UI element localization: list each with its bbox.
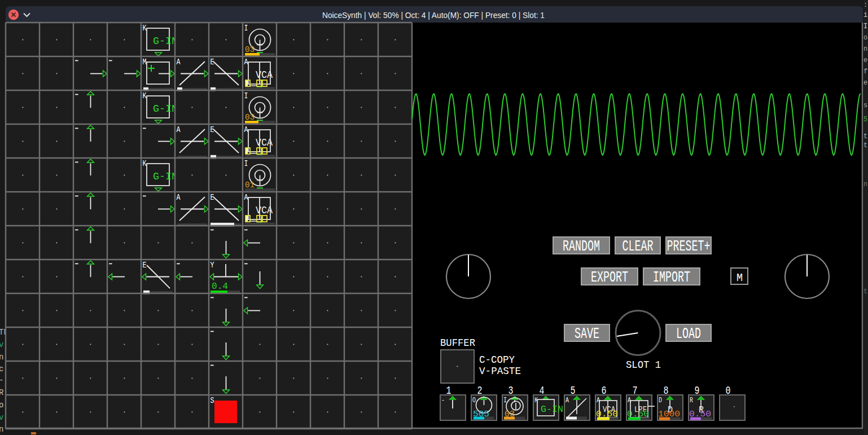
svg-text:o: o [863,34,867,42]
svg-text:8: 8 [664,384,669,397]
svg-text:01: 01 [245,181,255,190]
svg-text:e: e [863,56,867,64]
svg-text:VCA: VCA [256,69,273,81]
svg-text:M: M [143,58,147,67]
svg-text:id: id [863,11,868,19]
svg-text:0: 0 [726,384,731,397]
svg-text::: : [863,1,867,9]
svg-text:3: 3 [508,384,514,397]
svg-text:4: 4 [540,384,545,397]
svg-text:VCA: VCA [256,205,273,216]
svg-text:V-PASTE: V-PASTE [479,365,521,377]
svg-text:t: t [863,133,867,140]
svg-text:7: 7 [633,384,638,397]
svg-text:n: n [0,425,3,434]
svg-text:v: v [0,413,3,422]
svg-text:I: I [863,23,867,30]
svg-text:E: E [143,261,147,270]
svg-text:A: A [177,58,181,67]
svg-text:K: K [143,24,147,33]
svg-text:S: S [211,396,214,406]
svg-text:R: R [0,388,4,397]
svg-text:1: 1 [446,384,451,397]
svg-text:Y: Y [211,261,214,270]
svg-text:c: c [0,364,3,374]
svg-text:A: A [177,125,181,135]
svg-text:s: s [863,102,867,109]
svg-text:I: I [244,24,248,33]
svg-text:K: K [143,91,147,101]
svg-text:A: A [244,58,248,67]
svg-text:IMPORT: IMPORT [653,269,690,286]
svg-text:SAVE: SAVE [575,326,599,342]
svg-text:EXPORT: EXPORT [591,269,628,286]
svg-text:G-IN: G-IN [153,36,178,47]
svg-text:VCA: VCA [256,137,273,148]
svg-text:PRESET+: PRESET+ [667,238,711,255]
svg-text:03: 03 [245,113,255,122]
svg-text:G-IN: G-IN [153,171,178,182]
svg-text:t: t [863,142,867,150]
svg-text:BUFFER: BUFFER [440,337,475,349]
svg-text:o: o [0,401,3,410]
svg-text:A: A [244,193,248,203]
svg-text:n: n [0,353,3,362]
svg-text:-: - [441,396,445,405]
svg-text:5: 5 [571,384,576,397]
svg-text:G-IN: G-IN [541,405,563,415]
svg-text:2: 2 [477,384,483,397]
svg-text:SLOT 1: SLOT 1 [626,359,661,371]
svg-text:A: A [177,193,181,203]
svg-text:t: t [863,288,867,296]
svg-text:M: M [737,271,743,284]
svg-text:C-COPY: C-COPY [479,354,515,366]
svg-text:n: n [863,45,867,53]
svg-text:e: e [863,79,867,87]
svg-text:A: A [565,396,569,405]
svg-text:9: 9 [695,384,700,397]
svg-text:03: 03 [245,45,255,54]
svg-text:0.4: 0.4 [212,281,228,292]
svg-text:R: R [690,396,693,405]
svg-text:I: I [244,159,248,169]
svg-text:I: I [244,91,248,101]
svg-text:G-IN: G-IN [153,103,178,115]
svg-text:n: n [863,181,867,188]
svg-text:K: K [143,159,147,169]
svg-text:5: 5 [863,116,867,124]
svg-text:LOAD: LOAD [676,326,701,342]
svg-text:CLEAR: CLEAR [622,238,654,255]
svg-text:6: 6 [602,384,607,397]
svg-text:D: D [659,396,662,405]
svg-text:NoiceSynth | Vol: 50% | Oct: 4: NoiceSynth | Vol: 50% | Oct: 4 | Auto(M)… [322,11,545,20]
svg-text:-: - [0,376,3,385]
svg-text:v: v [0,340,3,349]
svg-text:A: A [244,125,248,135]
svg-text:O: O [472,396,476,405]
svg-text:RANDOM: RANDOM [563,238,600,255]
svg-text:I: I [503,396,507,405]
svg-text:f: f [863,68,867,76]
